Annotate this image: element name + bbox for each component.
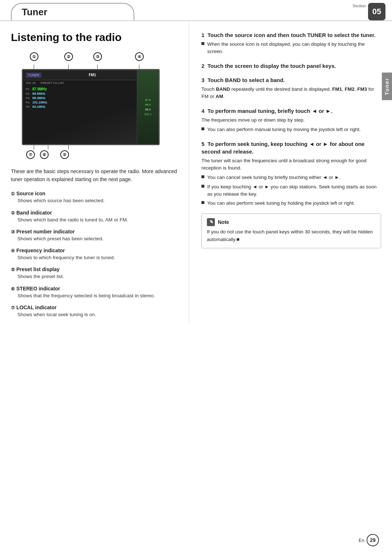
step-5-num: 5 [201,141,204,147]
step-3-title: 3 Touch BAND to select a band. [201,76,381,84]
left-column: Listening to the radio ① ② ③ ④ [11,21,189,323]
step-5-body: The tuner will scan the frequencies unti… [201,157,381,207]
screen-vol-text: VOL 28 [26,81,36,85]
header-title: Tuner [22,7,47,18]
right-column: 1 Touch the source icon and then touch T… [189,21,381,323]
step-2: 2 Touch the screen to display the touch … [201,62,381,70]
callout-3: ③ [93,52,102,61]
bullet-icon [201,42,204,45]
list-item: ⑤ Preset list display Shows the preset l… [11,266,178,280]
step-4-body: The frequencies move up or down step by … [201,117,381,133]
step-1: 1 Touch the source icon and then touch T… [201,31,381,56]
step-4-num: 4 [201,108,204,114]
callout-4: ④ [135,52,144,61]
step-5-title: 5 To perform seek tuning, keep touching … [201,140,381,155]
preset-item-4: P4: 101.1MHz [26,101,156,104]
list-item: ③ Preset number indicator Shows which pr… [11,229,178,242]
list-item: ⑦ LOCAL indicator Shows when local seek … [11,305,178,318]
callout-6: ⑥ [40,150,49,159]
header-title-box: Tuner [11,3,134,20]
header-section: Section 05 [134,0,392,20]
footer-en-label: En [359,538,364,543]
step-1-num: 1 [201,32,204,38]
bullet-item: If you keep touching ◄ or ► you can skip… [201,183,381,198]
list-item: ① Source icon Shows which source has bee… [11,191,178,204]
callout-7: ⑦ [26,150,35,159]
callout-2: ② [64,52,73,61]
note-box: ✎ Note If you do not use the touch panel… [201,213,381,248]
screen-fm-label: FM1 [44,73,141,77]
bullet-item: When the source icon is not displayed, y… [201,41,381,56]
bullet-icon [201,201,204,204]
bullet-icon [201,185,204,188]
step-3-body: Touch BAND repeatedly until the desired … [201,86,381,101]
main-content: Listening to the radio ① ② ③ ④ [0,21,392,323]
bullet-item: You can cancel seek tuning by briefly to… [201,174,381,181]
screen-band-strip: 87.9 89.9 98.3 101.1 [137,70,159,144]
step-1-body: When the source icon is not displayed, y… [201,41,381,56]
preset-item-5: P5: 94.1MHz [26,105,156,109]
step-1-title: 1 Touch the source icon and then touch T… [201,31,381,39]
screen-preset-ch-list: PRESET CH LIST [41,81,64,85]
page-header: Tuner Section 05 [0,0,392,21]
step-3-num: 3 [201,77,204,83]
callout-1: ① [30,52,38,61]
step-4-title: 4 To perform manual tuning, briefly touc… [201,107,381,115]
preset-item-2: P2: 89.9MHz [26,92,156,95]
step-2-title: 2 Touch the screen to display the touch … [201,62,381,70]
preset-item-3: P3: 98.3MHz [26,96,156,100]
callout-5: ⑤ [60,150,69,159]
preset-item-1: P1: 87.9MHz [26,87,156,91]
note-text: If you do not use the touch panel keys w… [207,228,376,244]
bullet-icon [201,127,204,130]
page-footer: En 29 [359,534,379,546]
screen-tuner-button: TUNER [26,73,41,78]
note-header: ✎ Note [207,218,376,226]
step-3: 3 Touch BAND to select a band. Touch BAN… [201,76,381,101]
diagram-container: ① ② ③ ④ TUNER FM1 87. [11,52,163,161]
bullet-item: You can also perform seek tuning by hold… [201,200,381,207]
list-item: ⑥ STEREO indicator Shows that the freque… [11,286,178,299]
step-4: 4 To perform manual tuning, briefly touc… [201,107,381,133]
description-text: These are the basic steps necessary to o… [11,168,178,183]
item-list: ① Source icon Shows which source has bee… [11,191,178,318]
step-5: 5 To perform seek tuning, keep touching … [201,140,381,207]
page-number: 29 [367,534,379,546]
list-item: ② Band indicator Shows which band the ra… [11,210,178,224]
bullet-item: You can also perform manual tuning by mo… [201,126,381,133]
note-icon: ✎ [207,218,215,226]
step-2-num: 2 [201,63,204,69]
screen-diagram: TUNER FM1 87.9MHz VOL 28 PRESET CH LIST … [22,69,160,145]
section-badge: 05 [368,3,385,20]
section-label: Section [352,4,366,8]
tuner-side-label: Tuner [382,73,392,100]
page-title: Listening to the radio [11,31,178,44]
bullet-icon [201,175,204,178]
list-item: ④ Frequency indicator Shows to which fre… [11,248,178,261]
